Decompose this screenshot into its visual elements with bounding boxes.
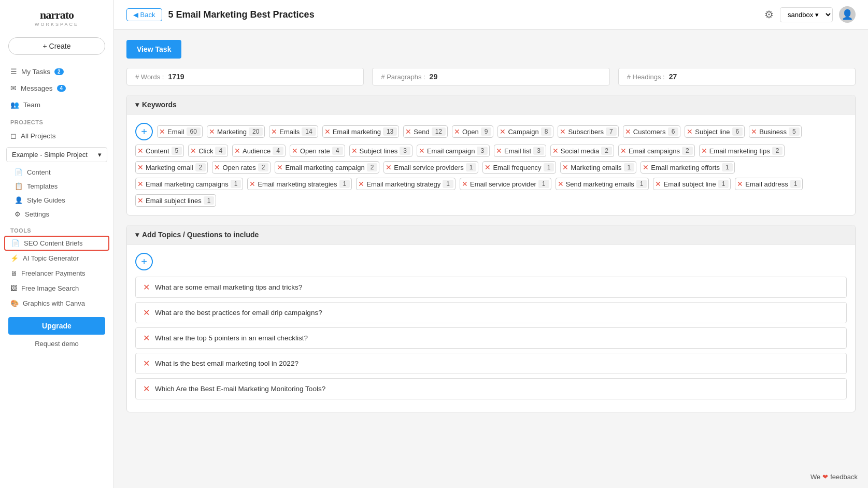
keyword-remove-button[interactable]: ✕ [655, 180, 661, 188]
keyword-remove-button[interactable]: ✕ [462, 180, 468, 188]
feedback-text2: feedback [830, 473, 858, 481]
keyword-remove-button[interactable]: ✕ [234, 147, 240, 154]
keywords-panel-body: + ✕ Email 60 ✕ Marketing 20 ✕ Emails 14 … [127, 114, 855, 215]
headings-label: # Headings : [627, 73, 665, 81]
keyword-tag: ✕ Email marketing 13 [322, 125, 400, 138]
keyword-text: Email campaign [427, 147, 475, 155]
sidebar-item-settings[interactable]: ⚙ Settings [0, 207, 113, 221]
keyword-remove-button[interactable]: ✕ [137, 180, 144, 188]
keyword-remove-button[interactable]: ✕ [405, 128, 411, 135]
keyword-remove-button[interactable]: ✕ [500, 128, 506, 135]
keyword-remove-button[interactable]: ✕ [351, 147, 358, 154]
keyword-text: Email campaigns [629, 147, 680, 155]
keyword-remove-button[interactable]: ✕ [687, 128, 693, 135]
user-avatar-button[interactable]: 👤 [839, 6, 856, 23]
keyword-remove-button[interactable]: ✕ [625, 128, 631, 135]
keyword-remove-button[interactable]: ✕ [558, 180, 564, 188]
keyword-count: 3 [400, 147, 410, 155]
keyword-remove-button[interactable]: ✕ [737, 180, 743, 188]
environment-select[interactable]: sandbox ▾ [780, 7, 833, 22]
keyword-remove-button[interactable]: ✕ [485, 164, 491, 171]
keyword-remove-button[interactable]: ✕ [552, 147, 559, 154]
keyword-remove-button[interactable]: ✕ [137, 164, 144, 171]
keyword-text: Subscribers [568, 128, 604, 136]
add-topic-button[interactable]: + [135, 253, 153, 270]
chevron-down-icon: ▾ [98, 151, 102, 159]
topic-remove-button[interactable]: ✕ [143, 282, 150, 292]
add-keyword-button[interactable]: + [135, 123, 153, 140]
sidebar-item-my-tasks[interactable]: ☰ My Tasks 2 [0, 63, 113, 80]
topics-panel-body: + ✕ What are some email marketing tips a… [127, 245, 855, 412]
keyword-remove-button[interactable]: ✕ [137, 147, 144, 154]
keyword-remove-button[interactable]: ✕ [324, 128, 331, 135]
project-selector[interactable]: Example - Simple Project ▾ [6, 147, 107, 162]
keyword-remove-button[interactable]: ✕ [159, 128, 165, 135]
keyword-remove-button[interactable]: ✕ [454, 128, 460, 135]
keyword-text: Open rates [222, 164, 255, 171]
sidebar-item-templates[interactable]: 📋 Templates [0, 179, 113, 193]
keyword-remove-button[interactable]: ✕ [292, 147, 298, 154]
keyword-tag: ✕ Email service providers 1 [383, 161, 478, 174]
gear-button[interactable]: ⚙ [764, 8, 774, 21]
keyword-text: Marketing email [146, 164, 193, 171]
keyword-remove-button[interactable]: ✕ [358, 180, 364, 188]
keyword-count: 2 [682, 147, 693, 155]
logo-area: narrato WORKSPACE [0, 0, 113, 32]
keyword-count: 13 [383, 127, 397, 136]
keyword-remove-button[interactable]: ✕ [209, 128, 215, 135]
keyword-count: 2 [367, 163, 378, 171]
keyword-count: 1 [339, 180, 350, 188]
topics-panel-header[interactable]: ▾ Add Topics / Questions to include [127, 225, 855, 245]
upgrade-button[interactable]: Upgrade [8, 317, 105, 335]
topic-remove-button[interactable]: ✕ [143, 384, 150, 394]
keyword-remove-button[interactable]: ✕ [249, 180, 255, 188]
topic-row: ✕ What are the best practices for email … [135, 302, 847, 323]
keywords-panel: ▾ Keywords + ✕ Email 60 ✕ Marketing 20 ✕… [126, 95, 856, 216]
all-projects-icon: ◻ [10, 132, 17, 140]
sidebar-item-freelancer-payments[interactable]: 🖥 Freelancer Payments [0, 266, 113, 281]
topic-remove-button[interactable]: ✕ [143, 333, 150, 343]
keyword-remove-button[interactable]: ✕ [620, 147, 627, 154]
keyword-remove-button[interactable]: ✕ [560, 128, 566, 135]
sidebar-item-ai-topic-generator[interactable]: ⚡ AI Topic Generator [0, 251, 113, 266]
view-task-button[interactable]: View Task [126, 40, 181, 59]
keyword-remove-button[interactable]: ✕ [271, 128, 277, 135]
sidebar-item-all-projects[interactable]: ◻ All Projects [0, 127, 113, 144]
keyword-tag: ✕ Send 12 [403, 125, 448, 138]
keyword-remove-button[interactable]: ✕ [751, 128, 757, 135]
sidebar-item-team[interactable]: 👥 Team [0, 96, 113, 113]
sidebar-item-messages[interactable]: ✉ Messages 4 [0, 80, 113, 96]
sidebar-item-style-guides[interactable]: 👤 Style Guides [0, 193, 113, 207]
create-button[interactable]: + Create [8, 37, 105, 55]
keyword-remove-button[interactable]: ✕ [214, 164, 220, 171]
keyword-remove-button[interactable]: ✕ [277, 164, 283, 171]
keyword-tag: ✕ Email marketing campaigns 1 [135, 178, 243, 190]
keyword-remove-button[interactable]: ✕ [701, 147, 707, 154]
keyword-remove-button[interactable]: ✕ [643, 164, 649, 171]
sidebar-item-graphics-canva[interactable]: 🎨 Graphics with Canva [0, 296, 113, 311]
keyword-text: Email service providers [394, 164, 463, 171]
topic-remove-button[interactable]: ✕ [143, 358, 150, 368]
keyword-count: 1 [624, 163, 635, 171]
sidebar-item-free-image-search[interactable]: 🖼 Free Image Search [0, 281, 113, 296]
topic-remove-button[interactable]: ✕ [143, 308, 150, 318]
keyword-remove-button[interactable]: ✕ [190, 147, 196, 154]
sidebar-item-seo-content-briefs[interactable]: 📄 SEO Content Briefs [4, 236, 109, 251]
keyword-count: 12 [432, 127, 446, 136]
topic-row: ✕ What are some email marketing tips and… [135, 277, 847, 298]
keyword-count: 9 [481, 127, 492, 136]
keyword-remove-button[interactable]: ✕ [496, 147, 502, 154]
keyword-tag: ✕ Subject line 6 [685, 125, 745, 138]
keyword-remove-button[interactable]: ✕ [386, 164, 392, 171]
back-button[interactable]: ◀ Back [126, 8, 162, 21]
keyword-remove-button[interactable]: ✕ [137, 197, 144, 204]
keyword-count: 6 [668, 127, 679, 136]
request-demo-link[interactable]: Request demo [0, 338, 113, 350]
keyword-tag: ✕ Email subject lines 1 [135, 194, 216, 207]
keywords-panel-header[interactable]: ▾ Keywords [127, 95, 855, 114]
keyword-remove-button[interactable]: ✕ [562, 164, 568, 171]
keyword-remove-button[interactable]: ✕ [419, 147, 425, 154]
keyword-count: 3 [477, 147, 488, 155]
keyword-tag: ✕ Email subject line 1 [653, 178, 731, 190]
sidebar-item-content[interactable]: 📄 Content [0, 165, 113, 179]
